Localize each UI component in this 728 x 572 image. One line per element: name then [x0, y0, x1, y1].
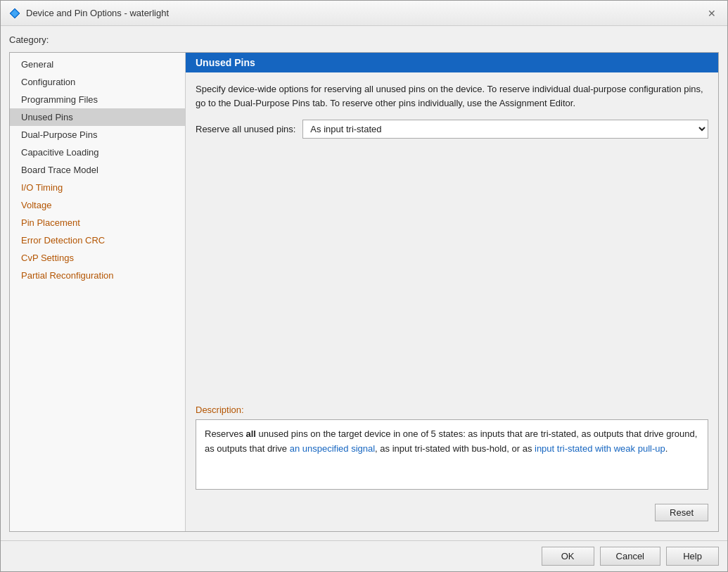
sidebar-item-unused-pins[interactable]: Unused Pins [10, 108, 185, 126]
description-section: Description: Reserves all unused pins on… [196, 405, 708, 490]
content-header: Unused Pins [186, 53, 718, 72]
reserve-select[interactable]: As input tri-stated As output driving gr… [302, 120, 708, 139]
sidebar-item-programming-files[interactable]: Programming Files [10, 91, 185, 108]
sidebar-item-capacitive-loading[interactable]: Capacitive Loading [10, 144, 185, 161]
description-box: Reserves all unused pins on the target d… [196, 419, 708, 490]
reserve-label: Reserve all unused pins: [196, 124, 295, 134]
sidebar-item-io-timing[interactable]: I/O Timing [10, 179, 185, 196]
cancel-button[interactable]: Cancel [600, 547, 660, 566]
description-box-text: Reserves all unused pins on the target d… [205, 428, 697, 454]
sidebar-item-general[interactable]: General [10, 56, 185, 73]
sidebar-item-error-detection-crc[interactable]: Error Detection CRC [10, 231, 185, 249]
title-bar-left: Device and Pin Options - waterlight [9, 8, 169, 19]
main-content: General Configuration Programming Files … [9, 52, 719, 532]
sidebar-item-configuration[interactable]: Configuration [10, 73, 185, 91]
window-title: Device and Pin Options - waterlight [26, 8, 169, 18]
sidebar-item-dual-purpose-pins[interactable]: Dual-Purpose Pins [10, 126, 185, 144]
spacer [196, 148, 708, 395]
ok-button[interactable]: OK [542, 547, 594, 566]
reserve-row: Reserve all unused pins: As input tri-st… [196, 120, 708, 139]
sidebar-item-pin-placement[interactable]: Pin Placement [10, 214, 185, 231]
sidebar: General Configuration Programming Files … [10, 53, 186, 531]
title-bar: Device and Pin Options - waterlight ✕ [1, 1, 727, 26]
reset-button[interactable]: Reset [655, 504, 708, 521]
description-section-label: Description: [196, 405, 708, 415]
main-dialog: Device and Pin Options - waterlight ✕ Ca… [0, 0, 728, 572]
sidebar-item-board-trace-model[interactable]: Board Trace Model [10, 161, 185, 179]
close-button[interactable]: ✕ [705, 6, 719, 20]
sidebar-item-voltage[interactable]: Voltage [10, 196, 185, 214]
dialog-footer: OK Cancel Help [1, 540, 727, 571]
category-label: Category: [9, 34, 719, 45]
intro-description: Specify device-wide options for reservin… [196, 82, 708, 110]
sidebar-item-partial-reconfiguration[interactable]: Partial Reconfiguration [10, 267, 185, 284]
sidebar-item-cvp-settings[interactable]: CvP Settings [10, 249, 185, 267]
help-button[interactable]: Help [666, 547, 719, 566]
app-icon [9, 8, 20, 19]
content-inner: Specify device-wide options for reservin… [186, 72, 718, 531]
content-panel: Unused Pins Specify device-wide options … [186, 53, 718, 531]
reset-row: Reset [196, 500, 708, 521]
dialog-body: Category: General Configuration Programm… [1, 26, 727, 540]
